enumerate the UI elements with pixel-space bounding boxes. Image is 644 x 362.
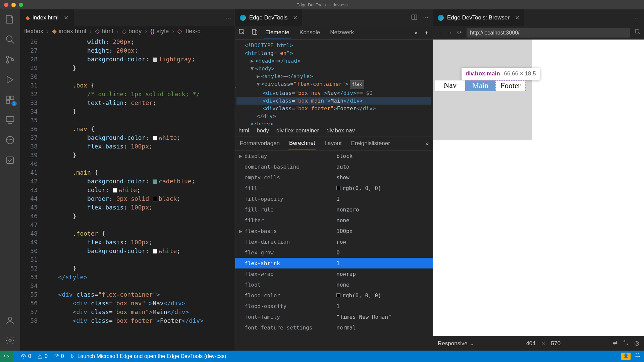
breadcrumb-item[interactable]: ◇ .flex-c xyxy=(177,27,200,35)
accounts-icon[interactable] xyxy=(5,315,15,326)
dom-node[interactable]: <!DOCTYPE html> xyxy=(236,42,431,49)
dom-node[interactable]: ▼<body> xyxy=(236,65,431,72)
split-editor-icon[interactable] xyxy=(411,14,418,22)
ports-count[interactable]: 0 xyxy=(54,353,64,359)
forward-icon[interactable]: → xyxy=(447,29,452,36)
code-editor[interactable]: 2627282930313233343536373839404142434445… xyxy=(20,36,235,351)
computed-row[interactable]: fillrgb(0, 0, 0) xyxy=(235,183,433,193)
tab-edge-browser[interactable]: Edge DevTools: Browser ✕ xyxy=(433,9,524,26)
computed-row[interactable]: filternone xyxy=(235,215,433,226)
dom-node[interactable]: <html lang="en"> xyxy=(236,49,431,57)
test-icon[interactable] xyxy=(5,155,15,166)
side-tab-ereignislistener[interactable]: Ereignislistener xyxy=(351,137,391,150)
tab-index-html[interactable]: ◆ index.html ✕ xyxy=(20,9,74,26)
computed-row[interactable]: ▶flex-basis100px xyxy=(235,226,433,236)
source-control-icon[interactable] xyxy=(5,54,15,65)
dom-node[interactable]: </body> xyxy=(236,120,431,125)
code-content[interactable]: width: 200px; height: 200px; background-… xyxy=(44,36,235,351)
dom-node[interactable]: <div class="box nav">Nav</div> == $0 xyxy=(236,89,431,97)
url-bar[interactable]: http://localhost:3000/ xyxy=(467,28,630,38)
explorer-icon[interactable] xyxy=(5,14,15,25)
tool-tab-konsole[interactable]: Konsole xyxy=(298,26,321,39)
notifications-icon[interactable] xyxy=(635,353,641,360)
breadcrumb-item[interactable]: ◇ body xyxy=(122,27,142,35)
breadcrumb-item[interactable]: {} style xyxy=(150,28,169,35)
dom-crumb-item[interactable]: div.box.nav xyxy=(326,127,355,134)
back-icon[interactable]: ← xyxy=(436,29,442,36)
screenshot-icon[interactable] xyxy=(623,340,629,347)
dom-more-icon[interactable]: ⋯ xyxy=(235,84,236,92)
computed-row[interactable]: flex-shrink1 xyxy=(235,258,433,268)
computed-row[interactable]: flood-colorrgb(0, 0, 0) xyxy=(235,290,433,301)
more-tabs-icon[interactable]: » xyxy=(426,140,429,147)
computed-row[interactable]: fill-opacity1 xyxy=(235,193,433,204)
breadcrumb-item[interactable]: ◆ index.html xyxy=(52,27,86,35)
more-icon[interactable]: ⋯ xyxy=(423,14,429,22)
side-tab-formatvorlagen[interactable]: Formatvorlagen xyxy=(239,137,280,150)
close-icon[interactable]: ✕ xyxy=(293,14,298,21)
dom-node[interactable]: <div class="box main">Main</div> xyxy=(236,97,431,105)
computed-row[interactable]: font-family"Times New Roman" xyxy=(235,311,433,322)
computed-row[interactable]: flex-wrapnowrap xyxy=(235,268,433,279)
plus-icon[interactable]: ＋ xyxy=(424,29,429,37)
dom-crumb-item[interactable]: body xyxy=(257,127,269,134)
computed-row[interactable]: empty-cellsshow xyxy=(235,172,433,183)
breadcrumb[interactable]: flexbox›◆ index.html›◇ html›◇ body›{} st… xyxy=(20,26,235,36)
breadcrumb-item[interactable]: ◇ html xyxy=(95,27,113,35)
maximize-window-button[interactable] xyxy=(19,3,23,7)
computed-row[interactable]: fill-rulenonzero xyxy=(235,204,433,215)
computed-row[interactable]: dominant-baselineauto xyxy=(235,161,433,172)
dom-node[interactable]: ▶<head> ⋯ </head> xyxy=(236,57,431,65)
computed-row[interactable]: font-feature-settingsnormal xyxy=(235,322,433,333)
computed-panel[interactable]: ▶displayblockdominant-baselineautoempty-… xyxy=(235,150,433,351)
close-icon[interactable]: ✕ xyxy=(64,14,68,21)
rotate-icon[interactable]: ⇄ xyxy=(613,340,618,347)
side-tab-layout[interactable]: Layout xyxy=(324,137,342,150)
dom-tree[interactable]: ⋯ <!DOCTYPE html><html lang="en">▶<head>… xyxy=(235,40,433,125)
computed-row[interactable]: flood-opacity1 xyxy=(235,301,433,311)
inspect-icon[interactable] xyxy=(238,28,245,37)
target-icon[interactable]: ◎ xyxy=(634,340,639,347)
computed-row[interactable]: flex-directionrow xyxy=(235,236,433,247)
run-debug-icon[interactable] xyxy=(5,74,15,85)
reload-icon[interactable]: ⟳ xyxy=(457,29,462,36)
launch-task[interactable]: Launch Microsoft Edge and open the Edge … xyxy=(70,353,226,359)
dom-node[interactable]: <div class="box footer">Footer</div> xyxy=(236,105,431,112)
more-icon[interactable]: ⋯ xyxy=(634,15,640,21)
minimize-window-button[interactable] xyxy=(11,3,16,7)
viewport-width[interactable]: 404 xyxy=(526,340,535,347)
dom-node[interactable]: </div> xyxy=(236,112,431,120)
remote-button[interactable] xyxy=(0,351,13,362)
dom-node[interactable]: ▼<div class="flex-container"> flex xyxy=(236,80,431,89)
extensions-icon[interactable]: 1 xyxy=(5,95,15,105)
tool-tab-elemente[interactable]: Elemente xyxy=(264,26,291,39)
viewport-height[interactable]: 570 xyxy=(551,340,560,347)
dom-crumb-item[interactable]: div.flex-container xyxy=(276,127,319,134)
computed-row[interactable]: flex-grow0 xyxy=(235,247,433,258)
tab-edge-devtools[interactable]: Edge DevTools ✕ xyxy=(235,9,302,26)
dom-breadcrumb[interactable]: htmlbodydiv.flex-containerdiv.box.nav xyxy=(235,125,433,136)
dom-node[interactable]: ▶<style> ⋯ </style> xyxy=(236,72,431,80)
computed-row[interactable]: floatnone xyxy=(235,279,433,290)
dom-crumb-item[interactable]: html xyxy=(238,127,249,134)
errors-count[interactable]: 0 xyxy=(21,353,31,359)
settings-gear-icon[interactable] xyxy=(5,335,15,346)
device-icon[interactable] xyxy=(251,28,258,37)
chevron-right-icon[interactable]: » xyxy=(415,29,418,36)
warnings-count[interactable]: 0 xyxy=(37,353,48,359)
responsive-dropdown[interactable]: Responsive ⌄ xyxy=(438,340,474,347)
computed-row[interactable]: ▶displayblock xyxy=(235,150,433,161)
preview-viewport[interactable]: div.box.main 66.66 × 18.5 Nav Main Foote… xyxy=(433,40,644,336)
breadcrumb-item[interactable]: flexbox xyxy=(24,28,43,35)
close-icon[interactable]: ✕ xyxy=(515,14,520,21)
remote-explorer-icon[interactable] xyxy=(5,115,15,125)
inspect-page-icon[interactable] xyxy=(635,29,641,37)
profile-badge[interactable]: 👤 xyxy=(621,353,631,360)
close-window-button[interactable] xyxy=(4,3,8,7)
search-icon[interactable] xyxy=(5,34,15,45)
preview-box-footer: Footer xyxy=(495,80,526,91)
side-tab-berechnet[interactable]: Berechnet xyxy=(288,137,316,150)
tool-tab-netzwerk[interactable]: Netzwerk xyxy=(329,26,355,39)
edge-tools-icon[interactable] xyxy=(5,135,15,145)
more-actions-icon[interactable]: ⋯ xyxy=(226,14,231,21)
